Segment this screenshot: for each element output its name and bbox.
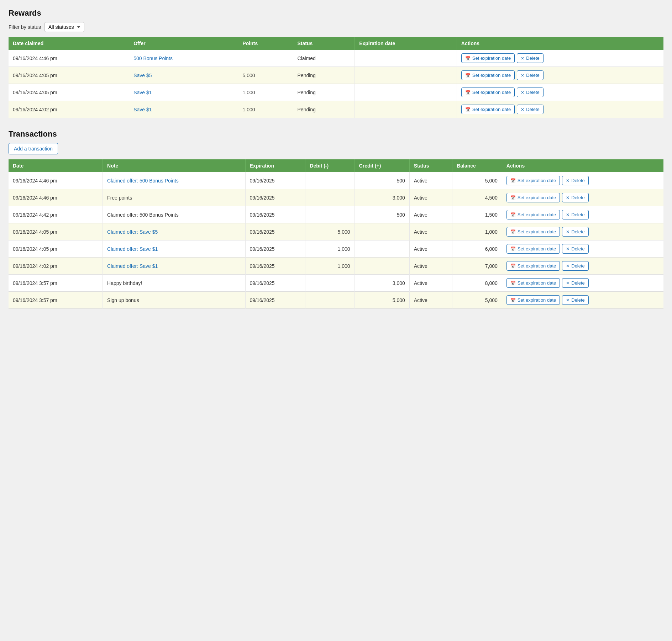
cell-date: 09/16/2024 4:42 pm <box>9 206 103 223</box>
offer-link[interactable]: Save $1 <box>133 90 152 95</box>
col-points: Points <box>238 37 293 50</box>
status-filter-select[interactable]: All statuses Claimed Pending Expired <box>44 22 84 32</box>
cell-status: Active <box>409 292 452 309</box>
delete-button[interactable]: Delete <box>562 227 589 237</box>
cell-expiration-date <box>355 67 457 84</box>
set-expiration-button[interactable]: Set expiration date <box>506 295 560 305</box>
cell-debit <box>305 206 355 223</box>
set-expiration-button[interactable]: Set expiration date <box>461 105 515 114</box>
set-expiration-button[interactable]: Set expiration date <box>506 193 560 202</box>
note-link[interactable]: Claimed offer: 500 Bonus Points <box>107 178 179 184</box>
delete-label: Delete <box>571 297 585 303</box>
set-expiration-label: Set expiration date <box>472 73 511 78</box>
offer-link[interactable]: Save $1 <box>133 107 152 112</box>
cell-date: 09/16/2024 3:57 pm <box>9 275 103 292</box>
cell-offer[interactable]: 500 Bonus Points <box>129 50 238 67</box>
cell-actions: Set expiration date Delete <box>502 292 663 309</box>
cell-credit: 3,000 <box>355 189 409 206</box>
cell-credit: 500 <box>355 172 409 189</box>
cell-date: 09/16/2024 4:46 pm <box>9 172 103 189</box>
x-icon <box>566 246 569 251</box>
delete-button[interactable]: Delete <box>562 210 589 219</box>
cell-status: Pending <box>293 101 355 118</box>
set-expiration-button[interactable]: Set expiration date <box>461 70 515 80</box>
delete-label: Delete <box>526 55 540 61</box>
delete-button[interactable]: Delete <box>562 278 589 288</box>
cell-balance: 5,000 <box>452 292 502 309</box>
set-expiration-button[interactable]: Set expiration date <box>506 278 560 288</box>
delete-button[interactable]: Delete <box>562 193 589 202</box>
set-expiration-button[interactable]: Set expiration date <box>506 244 560 254</box>
delete-label: Delete <box>571 246 585 251</box>
cell-status: Active <box>409 189 452 206</box>
delete-button[interactable]: Delete <box>562 244 589 254</box>
delete-button[interactable]: Delete <box>562 176 589 185</box>
cell-status: Pending <box>293 84 355 101</box>
set-expiration-label: Set expiration date <box>472 55 511 61</box>
set-expiration-button[interactable]: Set expiration date <box>506 176 560 185</box>
calendar-icon <box>510 195 516 200</box>
delete-button[interactable]: Delete <box>517 88 544 97</box>
offer-link[interactable]: Save $5 <box>133 73 152 78</box>
cell-note[interactable]: Claimed offer: Save $5 <box>103 223 245 240</box>
x-icon <box>566 195 569 200</box>
delete-button[interactable]: Delete <box>562 295 589 305</box>
cell-actions: Set expiration date Delete <box>502 258 663 275</box>
table-row: 09/16/2024 4:02 pm Claimed offer: Save $… <box>9 258 663 275</box>
offer-link[interactable]: 500 Bonus Points <box>133 55 173 61</box>
col-note: Note <box>103 159 245 172</box>
set-expiration-button[interactable]: Set expiration date <box>461 53 515 63</box>
cell-expiration: 09/16/2025 <box>245 172 305 189</box>
cell-debit: 1,000 <box>305 258 355 275</box>
col-actions: Actions <box>457 37 663 50</box>
cell-balance: 5,000 <box>452 172 502 189</box>
add-transaction-button[interactable]: Add a transaction <box>9 143 58 154</box>
set-expiration-label: Set expiration date <box>518 195 556 200</box>
cell-date: 09/16/2024 3:57 pm <box>9 292 103 309</box>
delete-button[interactable]: Delete <box>517 53 544 63</box>
delete-button[interactable]: Delete <box>517 70 544 80</box>
cell-actions: Set expiration date Delete <box>502 189 663 206</box>
set-expiration-button[interactable]: Set expiration date <box>461 88 515 97</box>
cell-balance: 4,500 <box>452 189 502 206</box>
delete-label: Delete <box>571 195 585 200</box>
cell-offer[interactable]: Save $5 <box>129 67 238 84</box>
cell-balance: 8,000 <box>452 275 502 292</box>
cell-offer[interactable]: Save $1 <box>129 101 238 118</box>
cell-offer[interactable]: Save $1 <box>129 84 238 101</box>
cell-note[interactable]: Claimed offer: Save $1 <box>103 240 245 258</box>
cell-date: 09/16/2024 4:05 pm <box>9 240 103 258</box>
cell-points: 1,000 <box>238 84 293 101</box>
filter-label: Filter by status <box>9 24 41 30</box>
set-expiration-button[interactable]: Set expiration date <box>506 227 560 237</box>
cell-note[interactable]: Claimed offer: Save $1 <box>103 258 245 275</box>
note-link[interactable]: Claimed offer: Save $1 <box>107 263 158 269</box>
col-status: Status <box>293 37 355 50</box>
cell-date-claimed: 09/16/2024 4:05 pm <box>9 84 129 101</box>
cell-points <box>238 50 293 67</box>
note-link[interactable]: Claimed offer: Save $1 <box>107 246 158 252</box>
note-link[interactable]: Claimed offer: Save $5 <box>107 229 158 235</box>
cell-actions: Set expiration date Delete <box>502 206 663 223</box>
cell-debit <box>305 275 355 292</box>
set-expiration-label: Set expiration date <box>518 212 556 217</box>
set-expiration-button[interactable]: Set expiration date <box>506 261 560 271</box>
cell-date: 09/16/2024 4:02 pm <box>9 258 103 275</box>
transactions-section: Transactions Add a transaction Date Note… <box>9 129 663 309</box>
set-expiration-label: Set expiration date <box>518 178 556 183</box>
transactions-title: Transactions <box>9 129 663 139</box>
x-icon <box>566 263 569 269</box>
delete-button[interactable]: Delete <box>517 105 544 114</box>
col-credit: Credit (+) <box>355 159 409 172</box>
cell-debit <box>305 172 355 189</box>
note-text: Claimed offer: 500 Bonus Points <box>107 212 179 218</box>
cell-note[interactable]: Claimed offer: 500 Bonus Points <box>103 172 245 189</box>
delete-button[interactable]: Delete <box>562 261 589 271</box>
calendar-icon <box>465 90 471 95</box>
delete-label: Delete <box>571 178 585 183</box>
cell-actions: Set expiration date Delete <box>502 240 663 258</box>
cell-date: 09/16/2024 4:05 pm <box>9 223 103 240</box>
cell-date-claimed: 09/16/2024 4:46 pm <box>9 50 129 67</box>
set-expiration-button[interactable]: Set expiration date <box>506 210 560 219</box>
calendar-icon <box>510 229 516 234</box>
